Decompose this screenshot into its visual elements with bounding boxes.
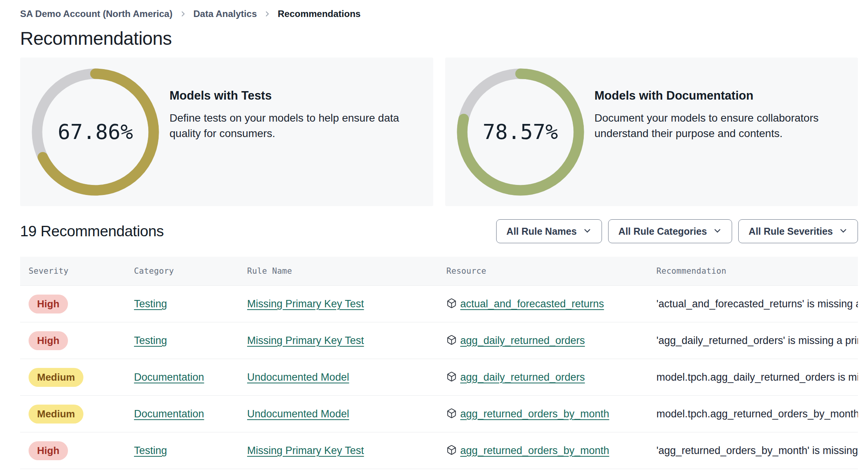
recommendation-text: model.tpch.agg_returned_orders_by_month … <box>656 408 858 420</box>
card-description: Define tests on your models to help ensu… <box>170 110 411 141</box>
resource-link[interactable]: agg_returned_orders_by_month <box>460 445 609 457</box>
recommendations-count-title: 19 Recommendations <box>20 223 164 240</box>
rule-name-link[interactable]: Undocumented Model <box>247 371 349 383</box>
chevron-down-icon <box>583 226 592 237</box>
card-title: Models with Tests <box>170 89 411 103</box>
column-header-severity: Severity <box>20 266 134 276</box>
category-link[interactable]: Testing <box>134 335 167 346</box>
category-link[interactable]: Documentation <box>134 371 204 383</box>
filter-label: All Rule Severities <box>749 226 833 237</box>
rule-name-link[interactable]: Missing Primary Key Test <box>247 445 364 456</box>
recommendation-text: model.tpch.agg_daily_returned_orders is … <box>656 371 858 383</box>
severity-badge: High <box>29 441 68 460</box>
card-description: Document your models to ensure collabora… <box>595 110 836 141</box>
table-row: Medium Documentation Undocumented Model … <box>20 359 858 396</box>
model-cube-icon <box>446 335 457 347</box>
resource-link[interactable]: agg_daily_returned_orders <box>460 335 585 347</box>
card-title: Models with Documentation <box>595 89 836 103</box>
severity-badge: High <box>29 331 68 350</box>
table-row: High Testing Missing Primary Key Test ac… <box>20 286 858 322</box>
severity-badge: Medium <box>29 368 83 387</box>
filter-label: All Rule Names <box>507 226 577 237</box>
model-cube-icon <box>446 445 457 457</box>
table-row: High Testing Missing Primary Key Test ag… <box>20 322 858 359</box>
rule-name-link[interactable]: Missing Primary Key Test <box>247 335 364 346</box>
tests-percent-label: 67.86% <box>32 68 159 196</box>
documentation-donut-chart: 78.57% <box>457 68 584 196</box>
column-header-rule-name: Rule Name <box>247 266 446 276</box>
filter-label: All Rule Categories <box>619 226 707 237</box>
severity-badge: High <box>29 295 68 313</box>
category-link[interactable]: Testing <box>134 298 167 310</box>
resource-link[interactable]: actual_and_forecasted_returns <box>460 298 604 310</box>
filter-bar: All Rule Names All Rule Categories All R… <box>496 219 858 243</box>
rule-name-link[interactable]: Undocumented Model <box>247 408 349 420</box>
resource-link[interactable]: agg_returned_orders_by_month <box>460 408 609 420</box>
recommendation-text: 'agg_returned_orders_by_month' is missin… <box>656 445 858 457</box>
page-title: Recommendations <box>20 28 858 49</box>
tests-donut-chart: 67.86% <box>32 68 159 196</box>
resource-link[interactable]: agg_daily_returned_orders <box>460 371 585 383</box>
rule-names-filter-dropdown[interactable]: All Rule Names <box>496 219 602 243</box>
category-link[interactable]: Documentation <box>134 408 204 420</box>
breadcrumb-current: Recommendations <box>278 8 361 19</box>
recommendation-text: 'actual_and_forecasted_returns' is missi… <box>656 298 858 310</box>
recommendation-text: 'agg_daily_returned_orders' is missing a… <box>656 335 858 347</box>
recommendations-table: Severity Category Rule Name Resource Rec… <box>20 257 858 469</box>
chevron-right-icon <box>180 10 186 17</box>
breadcrumb: SA Demo Account (North America) Data Ana… <box>20 8 858 19</box>
models-with-documentation-card: 78.57% Models with Documentation Documen… <box>445 58 858 206</box>
breadcrumb-project[interactable]: Data Analytics <box>193 8 257 19</box>
rule-name-link[interactable]: Missing Primary Key Test <box>247 298 364 310</box>
recommendations-page: SA Demo Account (North America) Data Ana… <box>0 0 868 469</box>
chevron-down-icon <box>839 226 848 237</box>
breadcrumb-account[interactable]: SA Demo Account (North America) <box>20 8 173 19</box>
table-header-row: Severity Category Rule Name Resource Rec… <box>20 257 858 286</box>
severity-badge: Medium <box>29 405 83 424</box>
model-cube-icon <box>446 371 457 383</box>
table-body: High Testing Missing Primary Key Test ac… <box>20 286 858 469</box>
chevron-down-icon <box>713 226 722 237</box>
column-header-recommendation: Recommendation <box>656 266 858 276</box>
documentation-percent-label: 78.57% <box>457 68 584 196</box>
column-header-category: Category <box>134 266 247 276</box>
table-row: High Testing Missing Primary Key Test ag… <box>20 432 858 469</box>
models-with-tests-card: 67.86% Models with Tests Define tests on… <box>20 58 433 206</box>
model-cube-icon <box>446 408 457 420</box>
column-header-resource: Resource <box>446 266 656 276</box>
category-link[interactable]: Testing <box>134 445 167 456</box>
model-cube-icon <box>446 298 457 310</box>
table-row: Medium Documentation Undocumented Model … <box>20 396 858 432</box>
summary-cards: 67.86% Models with Tests Define tests on… <box>20 58 858 206</box>
rule-categories-filter-dropdown[interactable]: All Rule Categories <box>608 219 732 243</box>
rule-severities-filter-dropdown[interactable]: All Rule Severities <box>738 219 858 243</box>
chevron-right-icon <box>264 10 271 17</box>
